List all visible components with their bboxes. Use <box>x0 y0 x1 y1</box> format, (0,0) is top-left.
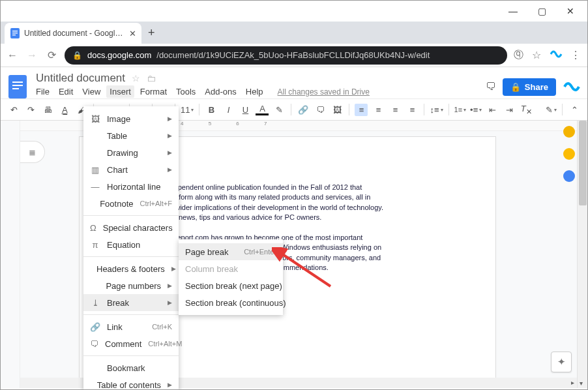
opera-menu-icon[interactable] <box>550 48 563 63</box>
svg-rect-5 <box>12 82 23 83</box>
menu-item-equation[interactable]: πEquation <box>83 236 179 253</box>
align-left-icon[interactable]: ≡ <box>355 104 368 116</box>
svg-rect-6 <box>12 85 23 86</box>
url-box[interactable]: 🔒 docs.google.com/document/d/1k9UCiEZAk_… <box>65 46 507 65</box>
kebab-menu-icon[interactable]: ⋮ <box>569 49 582 61</box>
bookmark-star-icon[interactable]: ☆ <box>530 49 543 61</box>
menu-addons[interactable]: Add-ons <box>205 87 236 97</box>
increase-indent-icon[interactable]: ⇥ <box>503 105 516 115</box>
nav-reload-icon[interactable]: ⟳ <box>45 49 58 61</box>
chevron-right-icon: ▶ <box>171 265 176 272</box>
submenu-section-next[interactable]: Section break (next page) <box>179 277 283 294</box>
share-button[interactable]: 🔒 Share <box>503 78 556 96</box>
document-title[interactable]: Untitled document <box>36 72 125 85</box>
tasks-icon[interactable] <box>563 170 575 182</box>
align-right-icon[interactable]: ≡ <box>389 105 402 115</box>
insert-menu-dropdown: 🖼Image▶ Table▶ Drawing▶ ▥Chart▶ —Horizon… <box>83 106 179 390</box>
scroll-right-icon[interactable]: ▸ <box>571 379 574 386</box>
chevron-right-icon: ▶ <box>168 149 172 156</box>
text-color-icon[interactable]: A <box>256 104 269 115</box>
open-comments-icon[interactable]: 🗨 <box>486 81 496 93</box>
submenu-section-continuous[interactable]: Section break (continuous) <box>179 294 283 311</box>
share-lock-icon: 🔒 <box>510 82 521 92</box>
vertical-scrollbar[interactable]: ▾ <box>577 121 587 388</box>
menu-item-comment[interactable]: 🗨CommentCtrl+Alt+M <box>83 335 179 352</box>
nav-back-icon[interactable]: ← <box>6 50 19 61</box>
menu-item-toc[interactable]: Table of contents▶ <box>83 376 179 390</box>
search-site-icon[interactable]: ⓠ <box>514 49 523 61</box>
menu-separator <box>83 355 179 356</box>
menu-item-drawing[interactable]: Drawing▶ <box>83 144 179 161</box>
menu-item-hline[interactable]: —Horizontal line <box>83 178 179 195</box>
keep-icon[interactable] <box>563 126 575 138</box>
decrease-indent-icon[interactable]: ⇤ <box>486 105 499 115</box>
insert-image-icon[interactable]: 🖼 <box>331 105 344 115</box>
menu-item-footnote[interactable]: FootnoteCtrl+Alt+F <box>83 195 179 212</box>
clear-formatting-icon[interactable]: T✕ <box>520 104 533 116</box>
redo-icon[interactable]: ↷ <box>24 105 37 115</box>
menu-item-bookmark[interactable]: Bookmark <box>83 359 179 376</box>
window-minimize[interactable]: — <box>499 6 527 16</box>
url-path: /document/d/1k9UCiEZAk_5bUoo-HFaBslubFCL… <box>156 50 430 60</box>
menu-item-image[interactable]: 🖼Image▶ <box>83 110 179 127</box>
link-icon: 🔗 <box>90 322 100 332</box>
browser-tab[interactable]: Untitled document - Google Doc ✕ <box>5 23 141 44</box>
menu-item-chart[interactable]: ▥Chart▶ <box>83 161 179 178</box>
scrollbar-thumb[interactable] <box>579 121 587 205</box>
keep-icon-2[interactable] <box>563 148 575 160</box>
svg-rect-2 <box>12 33 18 33</box>
italic-button[interactable]: I <box>222 105 235 115</box>
vertical-ruler <box>1 121 20 388</box>
image-icon: 🖼 <box>90 114 100 124</box>
print-icon[interactable]: 🖶 <box>41 105 54 115</box>
move-folder-icon[interactable]: 🗀 <box>147 73 156 83</box>
align-justify-icon[interactable]: ≡ <box>405 105 419 115</box>
menu-item-break[interactable]: ⤓Break▶ <box>83 294 179 311</box>
window-close[interactable]: ✕ <box>556 6 585 16</box>
menu-item-special-chars[interactable]: ΩSpecial characters <box>83 219 179 236</box>
chevron-right-icon: ▶ <box>168 166 172 173</box>
line-spacing-icon[interactable]: ↕≡ <box>430 105 443 115</box>
highlight-color-icon[interactable]: ✎ <box>272 105 286 115</box>
menu-insert[interactable]: Insert <box>106 85 134 98</box>
insert-comment-icon[interactable]: 🗨 <box>314 105 327 115</box>
chevron-right-icon: ▶ <box>168 115 172 122</box>
menu-edit[interactable]: Edit <box>59 87 73 97</box>
save-status[interactable]: All changes saved in Drive <box>278 87 370 97</box>
menu-item-page-numbers[interactable]: Page numbers▶ <box>83 277 179 294</box>
menu-help[interactable]: Help <box>246 87 263 97</box>
scroll-down-icon[interactable]: ▾ <box>580 380 583 387</box>
outline-handle[interactable]: ≣ <box>20 141 45 163</box>
bulleted-list-icon[interactable]: •≡ <box>470 105 482 115</box>
menu-file[interactable]: File <box>36 87 50 97</box>
docs-logo-icon[interactable] <box>6 75 29 98</box>
star-icon[interactable]: ☆ <box>132 73 140 83</box>
nav-forward-icon[interactable]: → <box>25 50 38 61</box>
window-maximize[interactable]: ▢ <box>527 6 556 16</box>
break-submenu: Page breakCtrl+Enter Column break Sectio… <box>179 239 283 315</box>
menu-tools[interactable]: Tools <box>176 87 196 97</box>
tab-close-icon[interactable]: ✕ <box>129 29 136 38</box>
menu-view[interactable]: View <box>82 87 100 97</box>
chevron-right-icon: ▶ <box>168 382 172 388</box>
break-icon: ⤓ <box>90 298 100 308</box>
align-center-icon[interactable]: ≡ <box>372 105 385 115</box>
submenu-page-break[interactable]: Page breakCtrl+Enter <box>179 243 283 260</box>
menu-item-headers-footers[interactable]: Headers & footers▶ <box>83 260 179 277</box>
explore-button[interactable]: ✦ <box>551 352 572 372</box>
browser-address-bar: ← → ⟳ 🔒 docs.google.com/document/d/1k9UC… <box>1 44 587 67</box>
menu-format[interactable]: Format <box>140 87 167 97</box>
insert-link-icon[interactable]: 🔗 <box>297 105 310 115</box>
bold-button[interactable]: B <box>205 105 218 115</box>
underline-button[interactable]: U <box>239 105 252 115</box>
numbered-list-icon[interactable]: 1≡ <box>454 106 467 113</box>
menu-item-table[interactable]: Table▶ <box>83 127 179 144</box>
new-tab-button[interactable]: + <box>148 26 155 44</box>
editing-mode-icon[interactable]: ✎ <box>546 105 557 115</box>
collapse-toolbar-icon[interactable]: ⌃ <box>568 105 581 115</box>
account-avatar[interactable] <box>563 78 581 96</box>
font-size[interactable]: 11 <box>181 105 194 115</box>
undo-icon[interactable]: ↶ <box>7 105 20 115</box>
menu-item-link[interactable]: 🔗LinkCtrl+K <box>83 318 179 335</box>
spellcheck-icon[interactable]: A̲ <box>58 105 71 115</box>
